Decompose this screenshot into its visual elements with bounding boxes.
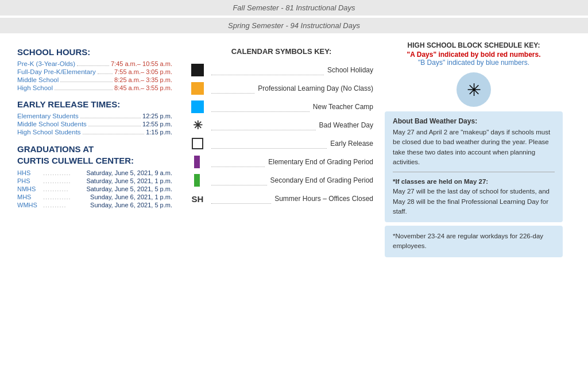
prek-value: 7:45 a.m.– 10:55 a.m.	[111, 60, 172, 67]
spring-semester-bar: Spring Semester - 94 Instructional Days	[0, 18, 588, 33]
secondary-grading-row: Secondary End of Grading Period	[189, 174, 373, 187]
hhs-dots: ............	[43, 169, 86, 176]
sh-dots	[211, 203, 271, 204]
november-text: *November 23-24 are regular workdays for…	[393, 231, 555, 252]
school-hours-list: Pre-K (3-Year-Olds) 7:45 a.m.– 10:55 a.m…	[17, 60, 172, 91]
elem-release-dots	[80, 118, 141, 118]
block-a-days: "A Days" indicated by bold red numbers.	[385, 51, 563, 59]
purple-bar-icon	[194, 156, 200, 168]
elementary-grading-label: Elementary End of Grading Period	[268, 158, 373, 166]
mhs-info: Sunday, June 6, 2021, 1 p.m.	[90, 194, 172, 200]
phs-label: PHS	[17, 177, 43, 184]
november-box: *November 23-24 are regular workdays for…	[385, 226, 563, 257]
graduations-section: GRADUATIONS ATCURTIS CULWELL CENTER: HHS…	[17, 144, 172, 208]
wmhs-dots: ..........	[43, 202, 90, 208]
early-release-title: EARLY RELEASE TIMES:	[17, 99, 172, 109]
elementary-grading-symbol	[189, 156, 206, 168]
high-label: High School	[17, 84, 53, 91]
block-b-days: "B Days" indicated by blue numbers.	[385, 59, 563, 67]
bad-weather-label: Bad Weather Day	[319, 121, 374, 129]
elem-release-value: 12:25 p.m.	[142, 113, 172, 119]
high-release-value: 1:15 p.m.	[146, 129, 172, 136]
high-value: 8:45 a.m.– 3:55 p.m.	[114, 84, 172, 91]
middle-label: Middle School	[17, 76, 59, 83]
elem-release-row: Elementary Students 12:25 p.m.	[17, 113, 172, 119]
elem-release-label: Elementary Students	[17, 113, 79, 119]
phs-grad-row: PHS ............ Saturday, June 5, 2021,…	[17, 177, 172, 184]
asterisk-icon: ✳	[193, 118, 203, 132]
summer-hours-symbol: SH	[189, 192, 206, 205]
right-column: HIGH SCHOOL BLOCK SCHEDULE KEY: "A Days"…	[379, 41, 568, 257]
middle-value: 8:25 a.m.– 3:35 p.m.	[114, 76, 172, 83]
wmhs-grad-row: WMHS .......... Sunday, June 6, 2021, 5 …	[17, 202, 172, 208]
mhs-grad-row: MHS ............ Sunday, June 6, 2021, 1…	[17, 194, 172, 200]
high-dots	[55, 90, 113, 90]
left-column: SCHOOL HOURS: Pre-K (3-Year-Olds) 7:45 a…	[0, 41, 184, 257]
elementary-grading-row: Elementary End of Grading Period	[189, 156, 373, 168]
elem-grad-dots	[211, 167, 265, 167]
summer-hours-row: SH Summer Hours – Offices Closed	[189, 192, 373, 205]
bad-weather-symbol: ✳	[189, 119, 206, 132]
bad-weather-box: About Bad Weather Days: May 27 and April…	[385, 111, 563, 222]
middle-release-dots	[88, 126, 141, 126]
snowflake-circle: ✳	[457, 72, 491, 107]
phs-info: Saturday, June 5, 2021, 1 p.m.	[86, 177, 172, 184]
may27-title: *If classes are held on May 27:	[393, 177, 555, 187]
sh-text-icon: SH	[192, 194, 204, 204]
elem-dots	[98, 74, 113, 74]
new-teacher-camp-symbol	[189, 100, 206, 113]
middle-dots	[60, 82, 113, 82]
middle-release-value: 12:55 p.m.	[142, 121, 172, 127]
middle-release-row: Middle School Students 12:55 p.m.	[17, 121, 172, 127]
bad-weather-box-title: About Bad Weather Days:	[393, 117, 555, 125]
blue-square-icon	[191, 100, 204, 113]
prek-dots	[77, 65, 109, 66]
high-release-dots	[83, 134, 145, 134]
professional-learning-label: Professional Learning Day (No Class)	[258, 84, 373, 92]
school-holiday-symbol	[189, 64, 206, 76]
middle-column: CALENDAR SYMBOLS KEY: School Holiday Pro…	[184, 41, 379, 257]
early-release-label: Early Release	[330, 140, 373, 148]
prof-dots	[211, 93, 254, 94]
sec-grad-dots	[211, 185, 267, 185]
hhs-grad-row: HHS ............ Saturday, June 5, 2021,…	[17, 169, 172, 176]
early-release-row: Early Release	[189, 137, 373, 150]
black-square-icon	[191, 64, 204, 76]
secondary-grading-symbol	[189, 174, 206, 187]
block-schedule-title: HIGH SCHOOL BLOCK SCHEDULE KEY:	[385, 41, 563, 49]
nmhs-label: NMHS	[17, 185, 43, 192]
school-holiday-label: School Holiday	[327, 66, 373, 74]
elementary-value: 7:55 a.m.– 3:05 p.m.	[114, 68, 172, 75]
fall-semester-text: Fall Semester - 81 Instructional Days	[233, 3, 355, 12]
nmhs-info: Saturday, June 5, 2021, 5 p.m.	[86, 185, 172, 192]
wmhs-info: Sunday, June 6, 2021, 5 p.m.	[90, 202, 172, 208]
high-release-row: High School Students 1:15 p.m.	[17, 129, 172, 136]
new-teacher-camp-row: New Teacher Camp	[189, 100, 373, 113]
school-holiday-row: School Holiday	[189, 64, 373, 76]
middle-hours-row: Middle School 8:25 a.m.– 3:35 p.m.	[17, 76, 172, 83]
elementary-label: Full-Day Pre-K/Elementary	[17, 68, 96, 75]
mhs-label: MHS	[17, 194, 43, 200]
school-hours-title: SCHOOL HOURS:	[17, 47, 172, 57]
summer-hours-label: Summer Hours – Offices Closed	[274, 195, 373, 203]
bad-weather-box-text: May 27 and April 2 are "makeup" days if …	[393, 127, 555, 167]
orange-square-icon	[191, 82, 204, 95]
early-release-symbol	[189, 137, 206, 150]
graduations-title: GRADUATIONS ATCURTIS CULWELL CENTER:	[17, 144, 172, 166]
green-bar-icon	[194, 174, 200, 187]
holiday-dots	[211, 75, 324, 75]
hhs-info: Saturday, June 5, 2021, 9 a.m.	[86, 169, 172, 176]
nmhs-dots: ...........	[43, 185, 86, 192]
hhs-label: HHS	[17, 169, 43, 176]
divider-line	[393, 172, 555, 172]
prek-hours-row: Pre-K (3-Year-Olds) 7:45 a.m.– 10:55 a.m…	[17, 60, 172, 67]
bw-dots	[211, 130, 316, 130]
calendar-symbols-title: CALENDAR SYMBOLS KEY:	[189, 47, 373, 56]
early-release-section: EARLY RELEASE TIMES: Elementary Students…	[17, 99, 172, 136]
ntc-dots	[211, 111, 310, 112]
empty-square-icon	[192, 138, 203, 149]
wmhs-label: WMHS	[17, 202, 43, 208]
mhs-dots: ............	[43, 194, 90, 200]
phs-dots: ............	[43, 177, 86, 184]
spring-semester-text: Spring Semester - 94 Instructional Days	[228, 21, 360, 30]
